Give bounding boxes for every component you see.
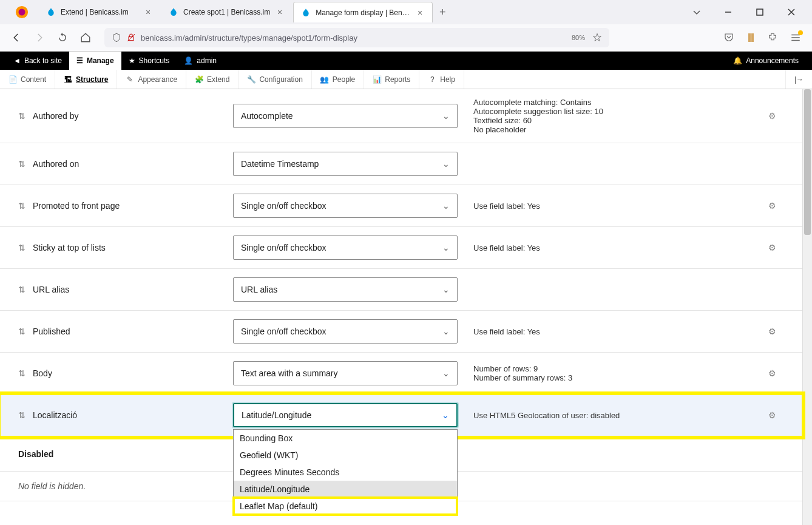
manage-button[interactable]: ☰ Manage: [69, 52, 121, 70]
toolbar-right-icons: [723, 32, 805, 43]
pocket-icon[interactable]: [723, 32, 734, 43]
widget-select-localitzacio[interactable]: Latitude/Longitude ⌄: [233, 403, 458, 427]
window-controls: [688, 4, 807, 21]
browser-tab-1[interactable]: Create spot1 | Benicass.im ×: [161, 2, 292, 22]
widget-select-url-alias[interactable]: URL alias ⌄: [233, 277, 458, 302]
zoom-indicator[interactable]: 80%: [569, 33, 587, 42]
svg-rect-3: [757, 9, 763, 15]
back-button[interactable]: [7, 29, 25, 47]
svg-rect-6: [748, 33, 751, 42]
reload-button[interactable]: [53, 29, 72, 47]
star-icon: ★: [129, 56, 135, 65]
home-button[interactable]: [76, 29, 95, 47]
chevron-down-icon: ⌄: [442, 111, 450, 121]
tab-title: Create spot1 | Benicass.im: [183, 8, 270, 16]
svg-rect-7: [751, 33, 754, 42]
gear-icon[interactable]: ⚙: [768, 243, 776, 252]
drag-handle-icon[interactable]: ⇅: [18, 285, 33, 294]
minimize-button[interactable]: [720, 4, 737, 21]
menu-people[interactable]: 👥People: [312, 70, 364, 89]
drag-handle-icon[interactable]: ⇅: [18, 410, 33, 420]
menu-orientation-toggle[interactable]: |→: [785, 70, 812, 89]
announcements-button[interactable]: 🔔 Announcements: [726, 52, 806, 70]
widget-select-authored-by[interactable]: Autocomplete ⌄: [233, 104, 458, 128]
gear-icon[interactable]: ⚙: [768, 201, 776, 211]
widget-select-promoted[interactable]: Single on/off checkbox ⌄: [233, 194, 458, 218]
field-row-published: ⇅ Published Single on/off checkbox ⌄ Use…: [0, 311, 802, 353]
admin-label: admin: [197, 56, 217, 65]
menu-appearance[interactable]: ✎Appearance: [117, 70, 186, 89]
extensions-icon[interactable]: [767, 32, 778, 43]
bookmark-star-icon[interactable]: [592, 33, 602, 42]
drag-handle-icon[interactable]: ⇅: [18, 327, 33, 336]
drag-handle-icon[interactable]: ⇅: [18, 159, 33, 169]
dropdown-option-bounding-box[interactable]: Bounding Box: [234, 430, 457, 447]
configuration-icon: 🔧: [247, 75, 255, 84]
menu-structure[interactable]: 🏗Structure: [55, 70, 117, 89]
url-text: benicass.im/admin/structure/types/manage…: [141, 33, 564, 42]
bell-icon: 🔔: [733, 56, 742, 65]
drupal-icon: [301, 8, 311, 18]
drag-handle-icon[interactable]: ⇅: [18, 368, 33, 378]
menu-configuration[interactable]: 🔧Configuration: [239, 70, 311, 89]
gear-icon[interactable]: ⚙: [768, 111, 776, 121]
section-title: Disabled: [18, 449, 53, 459]
shortcuts-button[interactable]: ★ Shortcuts: [121, 52, 177, 70]
dropdown-option-leaflet-map[interactable]: Leaflet Map (default): [234, 498, 457, 515]
menu-extend[interactable]: 🧩Extend: [186, 70, 239, 89]
chevron-down-icon: ⌄: [442, 285, 450, 294]
hamburger-menu-icon[interactable]: [790, 32, 801, 43]
firefox-icon: [15, 5, 29, 19]
browser-tab-0[interactable]: Extend | Benicass.im ×: [39, 2, 160, 22]
back-to-site-button[interactable]: ◄ Back to site: [6, 52, 69, 70]
dropdown-option-latlon[interactable]: Latitude/Longitude: [234, 481, 457, 498]
vertical-scrollbar[interactable]: [802, 89, 812, 525]
field-label: Localització: [33, 410, 233, 420]
widget-select-authored-on[interactable]: Datetime Timestamp ⌄: [233, 152, 458, 176]
widget-select-published[interactable]: Single on/off checkbox ⌄: [233, 319, 458, 344]
field-row-authored-by: ⇅ Authored by Autocomplete ⌄ Autocomplet…: [0, 89, 802, 143]
menu-help[interactable]: ?Help: [419, 70, 464, 89]
browser-chrome: Extend | Benicass.im × Create spot1 | Be…: [0, 0, 812, 52]
tab-close-icon[interactable]: ×: [143, 7, 153, 17]
field-row-authored-on: ⇅ Authored on Datetime Timestamp ⌄: [0, 143, 802, 185]
dropdown-option-dms[interactable]: Degrees Minutes Seconds: [234, 464, 457, 481]
select-value: URL alias: [241, 285, 277, 294]
arrow-right-icon: |→: [794, 75, 804, 84]
chevron-down-icon: ⌄: [442, 368, 450, 378]
drag-handle-icon[interactable]: ⇅: [18, 243, 33, 252]
browser-tab-2[interactable]: Manage form display | Benicass… ×: [293, 2, 433, 22]
new-tab-button[interactable]: +: [434, 4, 451, 21]
close-button[interactable]: [783, 4, 800, 21]
admin-user-button[interactable]: 👤 admin: [177, 52, 224, 70]
content-icon: 📄: [8, 75, 17, 84]
url-bar[interactable]: benicass.im/admin/structure/types/manage…: [104, 28, 609, 47]
drag-handle-icon[interactable]: ⇅: [18, 201, 33, 211]
gear-icon[interactable]: ⚙: [768, 410, 776, 420]
chevron-down-icon[interactable]: [688, 4, 705, 21]
field-label: URL alias: [33, 285, 233, 294]
gear-icon[interactable]: ⚙: [768, 327, 776, 336]
drupal-icon: [169, 7, 178, 17]
forward-button[interactable]: [30, 29, 49, 47]
dropdown-option-geofield-wkt[interactable]: Geofield (WKT): [234, 447, 457, 464]
widget-summary: Use field label: Yes: [464, 243, 760, 252]
menu-content[interactable]: 📄Content: [0, 70, 55, 89]
field-label: Authored by: [33, 111, 233, 121]
widget-select-body[interactable]: Text area with a summary ⌄: [233, 361, 458, 385]
scrollbar-thumb[interactable]: [804, 89, 811, 235]
drupal-icon: [46, 7, 56, 17]
help-icon: ?: [428, 75, 436, 84]
maximize-button[interactable]: [751, 4, 768, 21]
svg-point-1: [19, 9, 25, 16]
widget-summary: Use HTML5 Geolocation of user: disabled: [464, 411, 760, 420]
drag-handle-icon[interactable]: ⇅: [18, 111, 33, 121]
extension-icon[interactable]: [746, 32, 755, 43]
gear-icon[interactable]: ⚙: [768, 368, 776, 378]
menu-reports[interactable]: 📊Reports: [364, 70, 419, 89]
widget-summary: Number of rows: 9 Number of summary rows…: [464, 364, 760, 382]
widget-select-sticky[interactable]: Single on/off checkbox ⌄: [233, 235, 458, 260]
field-label: Authored on: [33, 159, 233, 169]
tab-close-icon[interactable]: ×: [415, 8, 425, 18]
tab-close-icon[interactable]: ×: [275, 7, 285, 17]
